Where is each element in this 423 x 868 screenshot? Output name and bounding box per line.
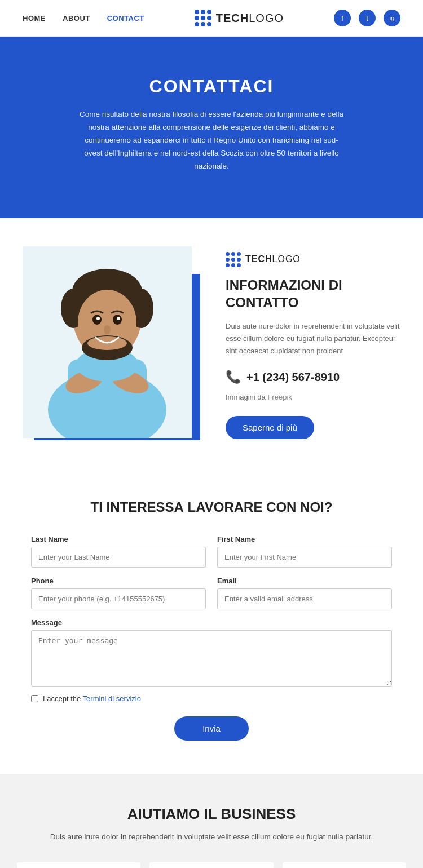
instagram-icon[interactable]: ig xyxy=(384,10,400,26)
freepik-link[interactable]: Freepik xyxy=(267,393,292,401)
phone-input[interactable] xyxy=(31,588,206,609)
social-icons: f t ig xyxy=(334,10,400,26)
first-name-group: First Name xyxy=(217,535,392,568)
contact-info-section: TECHLOGO INFORMAZIONI DICONTATTO Duis au… xyxy=(0,218,423,468)
nav-links: HOME ABOUT CONTACT xyxy=(23,14,144,23)
logo-dots-icon xyxy=(195,10,211,26)
person-image xyxy=(23,246,192,438)
nav-home[interactable]: HOME xyxy=(23,14,46,23)
facebook-icon[interactable]: f xyxy=(334,10,351,26)
contact-description: Duis aute irure dolor in reprehenderit i… xyxy=(226,320,400,357)
info-card-email: ✉ Grafico a noi Il nostro team amichevol… xyxy=(17,862,140,868)
footer-info-title: AIUTIAMO IL BUSINESS xyxy=(17,805,406,823)
person-image-wrap xyxy=(23,246,203,440)
navbar: HOME ABOUT CONTACT TECHLOGO f t ig xyxy=(0,0,423,37)
terms-checkbox[interactable] xyxy=(31,695,38,702)
hero-description: Come risultato della nostra filosofia di… xyxy=(76,108,347,173)
message-label: Message xyxy=(31,618,392,627)
svg-point-17 xyxy=(104,325,111,334)
footer-info-section: AIUTIAMO IL BUSINESS Duis aute irure dol… xyxy=(0,774,423,868)
submit-button-wrap: Invia xyxy=(31,716,392,741)
phone-icon: 📞 xyxy=(226,370,241,384)
phone-number: +1 (234) 567-8910 xyxy=(246,371,340,384)
twitter-icon[interactable]: t xyxy=(359,10,376,26)
submit-button[interactable]: Invia xyxy=(174,716,249,741)
contact-logo: TECHLOGO xyxy=(226,252,400,267)
message-group: Message xyxy=(31,618,392,687)
checkbox-row: I accept the Termini di servizio xyxy=(31,694,392,703)
image-credit: Immagini da Freepik xyxy=(226,391,400,404)
email-label: Email xyxy=(217,577,392,585)
phone-row: 📞 +1 (234) 567-8910 xyxy=(226,370,400,384)
first-name-label: First Name xyxy=(217,535,392,543)
footer-info-description: Duis aute irure dolor in reprehenderit i… xyxy=(17,831,406,843)
contact-logo-text: TECHLOGO xyxy=(245,254,301,264)
nav-about[interactable]: ABOUT xyxy=(63,14,90,23)
site-logo: TECHLOGO xyxy=(195,10,284,26)
phone-label: Phone xyxy=(31,577,206,585)
contact-form: Last Name First Name Phone Email Message xyxy=(31,535,392,741)
contact-details: TECHLOGO INFORMAZIONI DICONTATTO Duis au… xyxy=(226,246,400,440)
checkbox-label: I accept the Termini di servizio xyxy=(43,694,141,703)
terms-link[interactable]: Termini di servizio xyxy=(83,694,141,703)
contact-logo-dots-icon xyxy=(226,252,241,267)
last-name-label: Last Name xyxy=(31,535,206,543)
learn-more-button[interactable]: Saperne di più xyxy=(226,416,314,439)
hero-title: CONTATTACI xyxy=(23,76,400,97)
phone-group: Phone xyxy=(31,577,206,609)
form-section: TI INTERESSA LAVORARE CON NOI? Last Name… xyxy=(0,468,423,774)
logo-text: TECHLOGO xyxy=(216,12,284,25)
message-input[interactable] xyxy=(31,630,392,687)
hero-section: CONTATTACI Come risultato della nostra f… xyxy=(0,37,423,218)
email-group: Email xyxy=(217,577,392,609)
info-card-office: 📍 Ufficio Vieni a salutarci nel nostro u… xyxy=(149,862,273,868)
email-input[interactable] xyxy=(217,588,392,609)
form-row-contact: Phone Email xyxy=(31,577,392,609)
form-section-title: TI INTERESSA LAVORARE CON NOI? xyxy=(31,499,392,515)
info-cards-row: ✉ Grafico a noi Il nostro team amichevol… xyxy=(17,862,406,868)
svg-point-15 xyxy=(96,317,100,320)
nav-contact[interactable]: CONTACT xyxy=(107,14,144,23)
svg-point-16 xyxy=(117,317,120,320)
last-name-group: Last Name xyxy=(31,535,206,568)
last-name-input[interactable] xyxy=(31,547,206,568)
info-card-phone: 📞 Telefono Dal lunedì al venerdì dalle 8… xyxy=(283,862,406,868)
contact-heading: INFORMAZIONI DICONTATTO xyxy=(226,276,400,311)
form-row-name: Last Name First Name xyxy=(31,535,392,568)
first-name-input[interactable] xyxy=(217,547,392,568)
